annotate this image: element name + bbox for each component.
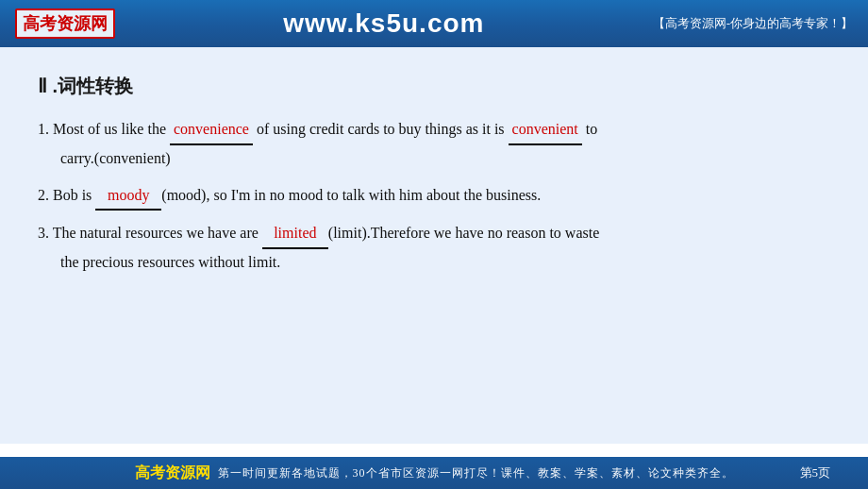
exercise-3-blank1: limited: [262, 220, 328, 249]
exercise-3-middle1: (limit).Therefore we have no reason to w…: [328, 225, 599, 241]
footer-logo: 高考资源网: [135, 464, 210, 483]
header-slogan: 【高考资源网-你身边的高考专家！】: [653, 15, 853, 32]
exercise-1-after: to: [586, 121, 597, 137]
exercise-2-number: 2.: [38, 187, 49, 203]
exercise-list: 1. Most of us like the convenience of us…: [38, 116, 830, 277]
exercise-3-before: The natural resources we have are: [53, 225, 262, 241]
exercise-2-before: Bob is: [53, 187, 95, 203]
header: 高考资源网 www.ks5u.com 【高考资源网-你身边的高考专家！】: [0, 0, 868, 47]
exercise-1-indent: carry.(convenient): [38, 145, 830, 173]
footer-text: 第一时间更新各地试题，30个省市区资源一网打尽！课件、教案、学案、素材、论文种类…: [218, 465, 734, 481]
header-url: www.ks5u.com: [115, 8, 653, 39]
exercise-3-number: 3.: [38, 225, 49, 241]
exercise-1-before: Most of us like the: [53, 121, 170, 137]
exercise-1-blank2: convenient: [509, 116, 582, 145]
exercise-item-1: 1. Most of us like the convenience of us…: [38, 116, 830, 173]
exercise-2-after: (mood), so I'm in no mood to talk with h…: [161, 187, 541, 203]
logo-text: 高考资源网: [23, 12, 108, 35]
exercise-1-text: 1. Most of us like the convenience of us…: [38, 121, 597, 137]
main-content: Ⅱ .词性转换 1. Most of us like the convenien…: [0, 47, 868, 444]
page-number: 第5页: [800, 464, 831, 481]
exercise-item-3: 3. The natural resources we have are lim…: [38, 220, 830, 277]
footer: 高考资源网 第一时间更新各地试题，30个省市区资源一网打尽！课件、教案、学案、素…: [0, 457, 868, 489]
exercise-1-number: 1.: [38, 121, 49, 137]
section-title: Ⅱ .词性转换: [38, 74, 830, 99]
exercise-1-blank1: convenience: [170, 116, 253, 145]
exercise-3-indent: the precious resources without limit.: [38, 249, 830, 277]
exercise-2-blank1: moody: [95, 182, 161, 211]
exercise-item-2: 2. Bob is moody(mood), so I'm in no mood…: [38, 182, 830, 211]
exercise-1-middle1: of using credit cards to buy things as i…: [253, 121, 509, 137]
logo-box: 高考资源网: [15, 8, 115, 39]
